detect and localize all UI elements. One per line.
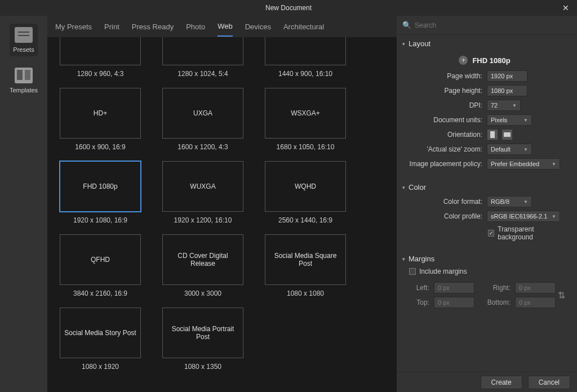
preset-card[interactable]: HD+1600 x 900, 16:9 <box>55 88 145 151</box>
orientation-label: Orientation: <box>403 131 482 139</box>
preset-card[interactable]: Social Media Portrait Post1080 x 1350 <box>158 308 248 371</box>
margin-top-label: Top: <box>402 299 429 306</box>
preset-dimensions: 1080 x 1920 <box>82 363 119 371</box>
margin-right-label: Right: <box>477 284 511 292</box>
chevron-down-icon: ▾ <box>402 41 405 47</box>
window-title: New Document <box>265 4 312 12</box>
preset-card[interactable]: WSXGA+1680 x 1050, 16:10 <box>260 88 350 151</box>
units-select[interactable]: Pixels▼ <box>487 114 532 126</box>
section-color-header[interactable]: ▾ Color <box>397 181 572 194</box>
include-margins-row[interactable]: Include margins <box>397 265 572 280</box>
cancel-button[interactable]: Cancel <box>528 376 570 389</box>
chevron-down-icon: ▼ <box>552 214 556 219</box>
section-color: ▾ Color Color format: RGB/8▼ Color profi… <box>397 179 572 250</box>
preset-thumb <box>60 37 141 65</box>
preset-dimensions: 2560 x 1440, 16:9 <box>278 216 332 224</box>
color-format-select[interactable]: RGB/8▼ <box>487 196 532 207</box>
preset-card[interactable]: FHD 1080p1920 x 1080, 16:9 <box>55 161 145 224</box>
tab-architectural[interactable]: Architectural <box>283 17 324 36</box>
section-margins-title: Margins <box>409 255 434 263</box>
margins-grid: Left: Right: ⇅ Top: Bottom: <box>397 280 572 310</box>
preset-card[interactable]: Social Media Square Post1080 x 1080 <box>260 234 350 297</box>
preset-thumb: Social Media Square Post <box>265 234 346 285</box>
tab-print[interactable]: Print <box>104 17 119 36</box>
units-label: Document units: <box>403 116 482 124</box>
units-value: Pixels <box>491 117 507 123</box>
preset-dimensions: 1920 x 1080, 16:9 <box>73 216 127 224</box>
preset-dimensions: 1600 x 900, 16:9 <box>75 143 125 151</box>
dialog-footer: Create Cancel <box>397 372 577 392</box>
preset-card[interactable]: QFHD3840 x 2160, 16:9 <box>55 234 145 297</box>
include-margins-checkbox[interactable] <box>409 268 416 275</box>
margin-top-input[interactable] <box>434 297 474 308</box>
tab-web[interactable]: Web <box>218 16 233 37</box>
preset-card[interactable]: WUXGA1920 x 1200, 16:10 <box>158 161 248 224</box>
templates-icon <box>15 68 33 83</box>
tab-devices[interactable]: Devices <box>245 17 271 36</box>
page-height-input[interactable] <box>487 85 527 96</box>
preset-scroll[interactable]: 1280 x 960, 4:31280 x 1024, 5:41440 x 90… <box>47 37 389 392</box>
search-input[interactable] <box>415 21 571 29</box>
close-icon[interactable]: ✕ <box>559 2 572 14</box>
preset-card[interactable]: 1280 x 960, 4:3 <box>55 37 145 78</box>
margin-right-input[interactable] <box>515 282 556 293</box>
margin-left-label: Left: <box>402 284 429 292</box>
preset-card[interactable]: WQHD2560 x 1440, 16:9 <box>260 161 350 224</box>
section-margins-header[interactable]: ▾ Margins <box>397 252 572 265</box>
preset-card[interactable]: 1440 x 900, 16:10 <box>260 37 350 78</box>
chevron-down-icon: ▼ <box>523 147 528 152</box>
sidebar-item-templates[interactable]: Templates <box>6 64 41 97</box>
preset-dimensions: 1440 x 900, 16:10 <box>278 70 332 78</box>
preset-thumb <box>265 37 346 65</box>
preset-dimensions: 1080 x 1080 <box>287 289 324 297</box>
preset-thumb: Social Media Story Post <box>60 308 141 358</box>
tab-photo[interactable]: Photo <box>186 17 205 36</box>
section-margins: ▾ Margins Include margins Left: Right: ⇅… <box>397 250 572 313</box>
preset-card[interactable]: UXGA1600 x 1200, 4:3 <box>158 88 248 151</box>
left-sidebar: Presets Templates <box>0 16 47 392</box>
preset-thumb: WUXGA <box>162 161 243 212</box>
orientation-portrait-button[interactable] <box>487 129 498 140</box>
transparent-bg-row[interactable]: Transparent background <box>403 225 566 241</box>
create-button[interactable]: Create <box>481 376 522 389</box>
search-row: 🔍 <box>397 16 577 35</box>
margin-bottom-label: Bottom: <box>477 299 511 306</box>
include-margins-label: Include margins <box>419 268 467 275</box>
add-preset-icon[interactable]: + <box>459 56 468 65</box>
transparent-label: Transparent background <box>498 225 566 241</box>
chevron-down-icon: ▼ <box>552 162 556 167</box>
actual-size-select[interactable]: Default▼ <box>487 144 532 155</box>
presets-label: Presets <box>13 46 34 53</box>
tab-my-presets[interactable]: My Presets <box>55 17 92 36</box>
orientation-landscape-button[interactable] <box>501 129 513 140</box>
tab-press-ready[interactable]: Press Ready <box>132 17 174 36</box>
chevron-down-icon: ▼ <box>512 103 517 108</box>
preset-thumb: Social Media Portrait Post <box>162 308 243 358</box>
margin-bottom-input[interactable] <box>515 297 556 308</box>
margin-left-input[interactable] <box>434 282 474 293</box>
transparent-checkbox[interactable] <box>488 230 494 237</box>
actual-size-label: 'Actual size' zoom: <box>403 145 482 153</box>
preset-thumb: WQHD <box>265 161 346 212</box>
page-width-input[interactable] <box>487 70 527 82</box>
dpi-select[interactable]: 72▼ <box>487 100 521 111</box>
color-format-value: RGB/8 <box>491 198 509 205</box>
chevron-down-icon: ▼ <box>523 199 528 204</box>
preset-card[interactable]: CD Cover Digital Release3000 x 3000 <box>158 234 248 297</box>
image-policy-select[interactable]: Prefer Embedded▼ <box>487 158 560 170</box>
category-tabs: My PresetsPrintPress ReadyPhotoWebDevice… <box>47 16 397 37</box>
preset-area: 1280 x 960, 4:31280 x 1024, 5:41440 x 90… <box>47 37 397 392</box>
image-policy-label: Image placement policy: <box>403 160 482 168</box>
preset-card[interactable]: Social Media Story Post1080 x 1920 <box>55 308 145 371</box>
preset-name: FHD 1080p <box>472 56 510 65</box>
link-margins-icon[interactable]: ⇅ <box>558 290 567 301</box>
preset-name-row: + FHD 1080p <box>403 52 566 70</box>
preset-dimensions: 1280 x 960, 4:3 <box>77 70 124 78</box>
sidebar-item-presets[interactable]: Presets <box>10 24 37 56</box>
color-profile-select[interactable]: sRGB IEC61966-2.1▼ <box>487 211 560 222</box>
preset-thumb: WSXGA+ <box>265 88 346 139</box>
image-policy-value: Prefer Embedded <box>491 161 539 167</box>
page-height-label: Page height: <box>403 87 482 95</box>
section-layout-header[interactable]: ▾ Layout <box>397 37 572 50</box>
preset-card[interactable]: 1280 x 1024, 5:4 <box>158 37 248 78</box>
